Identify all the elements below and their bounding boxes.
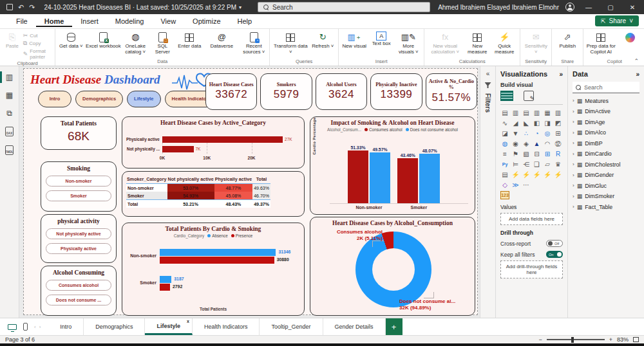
menu-modeling[interactable]: Modeling (107, 15, 153, 27)
bar[interactable] (162, 146, 194, 152)
smoking-alcohol-column-chart[interactable]: Impact of Smoking & Alcohol on Heart Dis… (310, 116, 475, 215)
nav-pill-lifestyle[interactable]: Lifestyle (127, 91, 160, 107)
minimize-button[interactable]: — (581, 4, 596, 11)
page-tab-health-indicators[interactable]: Health Indicators (193, 318, 260, 335)
collapse-filters-icon[interactable]: « (486, 70, 490, 77)
report-page[interactable]: Heart Disease Dashboard IntroDemographic… (23, 68, 478, 315)
ribbon-chart-icon[interactable]: ◩ (554, 119, 563, 127)
new-card-123-icon[interactable]: 123 (500, 191, 509, 199)
get-data-button[interactable]: Get data ˅ (58, 30, 84, 50)
dax-query-view-button[interactable]: DAX (0, 127, 19, 136)
bar[interactable]: 31346 (160, 249, 276, 256)
line-chart-icon[interactable]: ∿ (500, 119, 509, 127)
desktop-layout-icon[interactable] (8, 324, 17, 330)
field-dimbp[interactable]: ›▦DimBP (573, 140, 639, 147)
shape-map-icon[interactable]: ◈ (522, 140, 531, 148)
onelake-catalog-button[interactable]: ◍OneLake catalog ˅ (122, 30, 148, 55)
field-dimgender[interactable]: ›▦DimGender (573, 172, 639, 178)
zoom-slider[interactable] (547, 339, 605, 340)
share-button[interactable]: ⇱Share ˅ (595, 15, 639, 26)
azure-map-icon[interactable]: ▲ (533, 140, 542, 148)
excel-workbook-button[interactable]: XExcel workbook (85, 30, 121, 50)
redo-icon[interactable]: ↷ (29, 3, 35, 12)
filter-card-smoking[interactable]: SmokingNon-smokerSmoker (41, 161, 117, 212)
close-tab-icon[interactable]: x (187, 319, 189, 323)
cardio-smoking-bar-chart[interactable]: Total Patients By Cardio & Smoking Cardi… (122, 223, 305, 316)
metrics-visual-icon[interactable]: ♛ (554, 160, 563, 168)
field-dimcardio[interactable]: ›▦DimCardio (573, 150, 639, 157)
kpi-card[interactable]: Smokers5979 (260, 73, 312, 110)
slicer-button[interactable]: Not physically active (46, 228, 111, 239)
field-dimactive[interactable]: ›▦DimActive (573, 108, 639, 114)
slicer-button[interactable]: Physically active (46, 243, 111, 254)
maximize-button[interactable]: ▢ (603, 4, 618, 11)
menu-insert[interactable]: Insert (72, 15, 107, 27)
metrics-hub-icon[interactable]: ◇ (500, 181, 509, 189)
stacked-area-chart-icon[interactable]: ◣ (522, 119, 531, 127)
page-tab-gender-details[interactable]: Gender Details (323, 318, 386, 335)
text-box-button[interactable]: AText box (368, 30, 394, 47)
menu-help[interactable]: Help (229, 15, 261, 27)
collapse-ribbon-icon[interactable]: ⌃ (634, 58, 639, 64)
chevron-right-icon[interactable]: › (573, 161, 574, 167)
close-button[interactable]: ✕ (625, 4, 640, 11)
map-icon[interactable]: ◍ (500, 140, 509, 148)
field-dimsmoker[interactable]: ›▦DimSmoker (573, 193, 639, 199)
user-avatar[interactable] (565, 3, 574, 12)
slicer-button[interactable]: Non-smoker (46, 176, 111, 187)
zoom-in-icon[interactable]: + (609, 336, 612, 343)
area-chart-icon[interactable]: ◢ (511, 119, 520, 127)
keep-all-filters-toggle[interactable]: On (546, 251, 563, 258)
power-apps-4-icon[interactable]: ⚡ (543, 170, 552, 179)
chevron-right-icon[interactable]: › (573, 151, 574, 157)
clustered-column-chart-icon[interactable]: ▥ (533, 109, 542, 117)
more-visuals-button[interactable]: ▥✎More visuals ˅ (395, 30, 421, 55)
save-icon[interactable] (6, 4, 13, 10)
prep-data-copilot-button[interactable]: Prep data for Copilot AI (586, 30, 616, 55)
filter-funnel-icon[interactable] (485, 82, 491, 88)
slicer-button[interactable]: Does not consume ... (46, 295, 111, 305)
decomposition-tree-icon[interactable]: ⋲ (522, 160, 531, 168)
chevron-right-icon[interactable]: › (573, 204, 574, 210)
kpi-card[interactable]: Alcohol Users3624 (316, 73, 367, 110)
table-view-button[interactable]: ▦ (0, 91, 19, 100)
funnel-chart-icon[interactable]: ▼ (511, 129, 520, 138)
power-automate-visual-icon[interactable]: ≫ (511, 181, 520, 189)
dataverse-button[interactable]: @Dataverse (204, 30, 240, 50)
table-row[interactable]: Smoker54.93%45.08%46.70% (126, 192, 270, 200)
power-apps-1-icon[interactable]: ⚡ (511, 170, 520, 179)
filled-map-icon[interactable]: ◉ (511, 140, 520, 148)
column[interactable]: 49.57% (370, 152, 390, 203)
smart-narrative-icon[interactable]: ▱ (543, 160, 552, 168)
power-automate-icon[interactable]: ⚡ (554, 170, 563, 179)
chevron-right-icon[interactable]: › (573, 172, 574, 178)
page-tab-lifestyle[interactable]: Lifestylex (145, 318, 193, 335)
chevron-right-icon[interactable]: › (573, 183, 574, 188)
format-visual-tab[interactable]: ✎ (524, 91, 534, 101)
slicer-icon[interactable]: ▧ (522, 150, 531, 158)
copilot-button[interactable] (617, 30, 643, 44)
paste-button[interactable]: ⎘Paste (3, 30, 22, 50)
title-caret-icon[interactable]: ▾ (239, 5, 242, 10)
zoom-out-icon[interactable]: − (538, 336, 542, 343)
refresh-button[interactable]: ↻Refresh ˅ (310, 30, 336, 50)
line-and-clustered-column-chart-icon[interactable]: ◨ (543, 119, 552, 127)
column[interactable]: 48.07% (419, 154, 440, 203)
add-data-fields-dropzone[interactable]: Add data fields here (500, 213, 563, 225)
filter-card-total-patients[interactable]: Total Patients68K (41, 116, 117, 150)
slicer-button[interactable]: Smoker (46, 190, 111, 201)
tmdl-view-button[interactable]: TMDL (0, 145, 19, 155)
clustered-bar-chart-icon[interactable]: ▤ (522, 109, 531, 117)
new-visual-calculation-button[interactable]: fxNew visual calculation ˅ (427, 30, 463, 55)
new-measure-button[interactable]: New measure (464, 30, 490, 55)
bar[interactable]: 3187 (160, 276, 171, 283)
new-visual-button[interactable]: ▥＋New visual (341, 30, 367, 50)
field-meatures[interactable]: ›▦Meatures (573, 98, 639, 104)
recent-sources-button[interactable]: ◔Recent sources ˅ (241, 30, 267, 55)
qa-visual-icon[interactable]: ❑ (533, 160, 542, 168)
chevron-right-icon[interactable]: › (573, 194, 574, 199)
chevron-right-icon[interactable]: › (573, 140, 574, 146)
column[interactable]: 43.46% (397, 158, 418, 203)
gauge-icon[interactable]: ◠ (543, 140, 552, 148)
table-row[interactable]: Total53.21%48.43%49.37% (126, 200, 270, 208)
